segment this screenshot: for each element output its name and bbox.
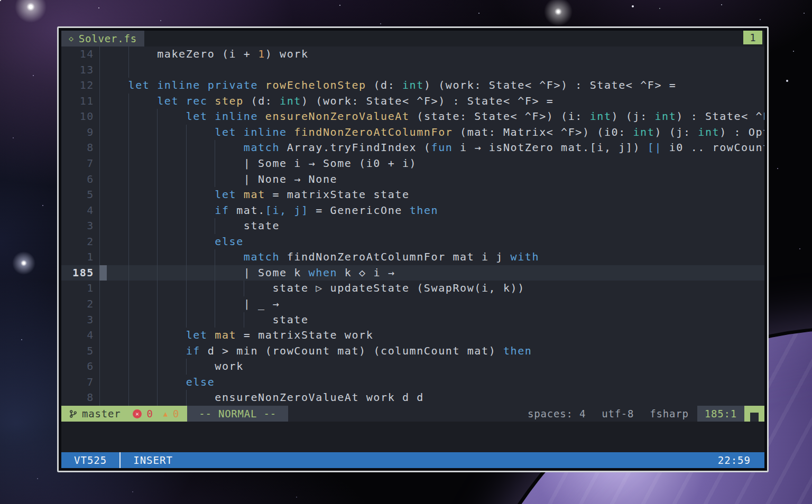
clock: 22:59 <box>718 454 764 466</box>
branch-name: master <box>82 408 121 419</box>
line-number: 10 <box>61 109 99 125</box>
code-text: else <box>99 375 215 390</box>
line-number: 4 <box>61 328 99 343</box>
code-text: | None → None <box>99 172 337 188</box>
git-branch-segment[interactable]: master ✕ 0 ▲ 0 <box>61 406 187 422</box>
line-number: 7 <box>61 156 99 172</box>
code-text: match findNonZeroAtColumnFor mat i j wit… <box>99 249 539 265</box>
code-text: work <box>99 359 244 375</box>
code-text: state <box>99 218 280 234</box>
line-number: 9 <box>61 125 99 141</box>
code-line[interactable]: 8 match Array.tryFindIndex (fun i → isNo… <box>61 140 764 156</box>
indent-guide <box>99 62 100 78</box>
code-text: else <box>99 234 244 250</box>
line-number: 12 <box>61 78 99 94</box>
filetype[interactable]: fsharp <box>650 406 688 422</box>
code-line[interactable]: 9 let inline findNonZeroAtColumnFor (mat… <box>61 125 764 141</box>
code-line[interactable]: 11 let rec step (d: int) (work: State< ^… <box>61 94 764 109</box>
line-number: 3 <box>61 312 99 328</box>
tab-number-badge[interactable]: 1 <box>743 31 762 44</box>
tabline: ◇ Solver.fs 1 <box>61 31 764 46</box>
code-text: if d > min (rowCount mat) (columnCount m… <box>99 343 532 359</box>
scroll-position-widget <box>744 406 764 422</box>
code-text: let mat = matrixState state <box>99 187 410 203</box>
line-number: 6 <box>61 172 99 188</box>
code-line[interactable]: 14 makeZero (i + 1) work <box>61 46 764 62</box>
code-line[interactable]: 185 | Some k when k ◇ i → <box>61 265 764 281</box>
code-line[interactable]: 4 let mat = matrixState work <box>61 328 764 343</box>
indent-guide <box>128 62 129 78</box>
git-branch-icon <box>69 409 77 418</box>
line-number: 5 <box>61 343 99 359</box>
line-number: 11 <box>61 94 99 109</box>
file-encoding[interactable]: utf-8 <box>602 406 634 422</box>
line-number: 8 <box>61 390 99 406</box>
code-line[interactable]: 7 else <box>61 375 764 390</box>
code-line[interactable]: 3 state <box>61 218 764 234</box>
code-text: let mat = matrixState work <box>99 328 373 343</box>
error-icon: ✕ <box>133 409 142 418</box>
cursor-position: 185:1 <box>697 406 744 422</box>
code-text: | Some k when k ◇ i → <box>99 265 395 281</box>
code-text: if mat.[i, j] = GenericOne then <box>99 203 438 219</box>
code-line[interactable]: 1 state ▷ updateState (SwapRow(i, k)) <box>61 281 764 296</box>
code-line[interactable]: 6 | None → None <box>61 172 764 188</box>
code-text: state ▷ updateState (SwapRow(i, k)) <box>99 281 525 296</box>
code-text: | _ → <box>99 296 280 312</box>
code-text: let inline ensureNonZeroValueAt (state: … <box>99 109 764 125</box>
code-line[interactable]: 5 let mat = matrixState state <box>61 187 764 203</box>
line-number: 5 <box>61 187 99 203</box>
desktop-background: ◇ Solver.fs 1 14 makeZero (i + 1) work13… <box>0 0 812 504</box>
line-number: 2 <box>61 296 99 312</box>
tab-label: Solver.fs <box>79 33 137 44</box>
statusline-spacer <box>288 406 528 422</box>
code-line[interactable]: 8 ensureNonZeroValueAt work d d <box>61 390 764 406</box>
star-glow <box>14 0 47 23</box>
star-glow <box>543 0 573 26</box>
code-line[interactable]: 6 work <box>61 359 764 375</box>
code-line[interactable]: 12 let inline private rowEchelonStep (d:… <box>61 78 764 94</box>
code-line[interactable]: 1 match findNonZeroAtColumnFor mat i j w… <box>61 249 764 265</box>
line-number: 1 <box>61 249 99 265</box>
command-line-area[interactable] <box>61 422 764 452</box>
code-text: makeZero (i + 1) work <box>99 46 309 62</box>
terminal-status-bar: VT525 INSERT 22:59 <box>61 452 764 468</box>
line-number: 14 <box>61 46 99 62</box>
code-text: ensureNonZeroValueAt work d d <box>99 390 424 406</box>
vim-mode-indicator: -- NORMAL -- <box>187 406 288 422</box>
code-text: | Some i → Some (i0 + i) <box>99 156 417 172</box>
star-glow <box>12 251 36 275</box>
code-line[interactable]: 2 else <box>61 234 764 250</box>
line-number: 2 <box>61 234 99 250</box>
terminal-mode: INSERT <box>121 454 186 466</box>
line-number: 8 <box>61 140 99 156</box>
code-line[interactable]: 10 let inline ensureNonZeroValueAt (stat… <box>61 109 764 125</box>
code-line[interactable]: 3 state <box>61 312 764 328</box>
scroll-notch <box>750 413 759 422</box>
line-number: 13 <box>61 62 99 78</box>
indent-setting[interactable]: spaces: 4 <box>528 406 586 422</box>
error-count: 0 <box>146 408 153 419</box>
code-line[interactable]: 5 if d > min (rowCount mat) (columnCount… <box>61 343 764 359</box>
code-line[interactable]: 13 <box>61 62 764 78</box>
fsharp-file-icon: ◇ <box>69 34 74 43</box>
warning-icon: ▲ <box>163 409 168 418</box>
line-number: 185 <box>61 265 99 281</box>
code-text: state <box>99 312 309 328</box>
tab-solver-fs[interactable]: ◇ Solver.fs <box>61 31 144 46</box>
terminal-window: ◇ Solver.fs 1 14 makeZero (i + 1) work13… <box>57 26 769 472</box>
code-text: let rec step (d: int) (work: State< ^F>)… <box>99 94 553 109</box>
code-text: let inline findNonZeroAtColumnFor (mat: … <box>99 125 764 141</box>
code-editor[interactable]: 14 makeZero (i + 1) work1312 let inline … <box>61 46 764 406</box>
stars <box>0 0 1 1</box>
terminal-name: VT525 <box>61 454 119 466</box>
warning-count: 0 <box>173 408 179 419</box>
line-number: 3 <box>61 218 99 234</box>
line-number: 1 <box>61 281 99 296</box>
code-line[interactable]: 7 | Some i → Some (i0 + i) <box>61 156 764 172</box>
line-number: 7 <box>61 375 99 390</box>
code-line[interactable]: 4 if mat.[i, j] = GenericOne then <box>61 203 764 219</box>
statusline: master ✕ 0 ▲ 0 -- NORMAL -- spaces: 4 ut… <box>61 406 764 422</box>
code-line[interactable]: 2 | _ → <box>61 296 764 312</box>
line-number: 4 <box>61 203 99 219</box>
